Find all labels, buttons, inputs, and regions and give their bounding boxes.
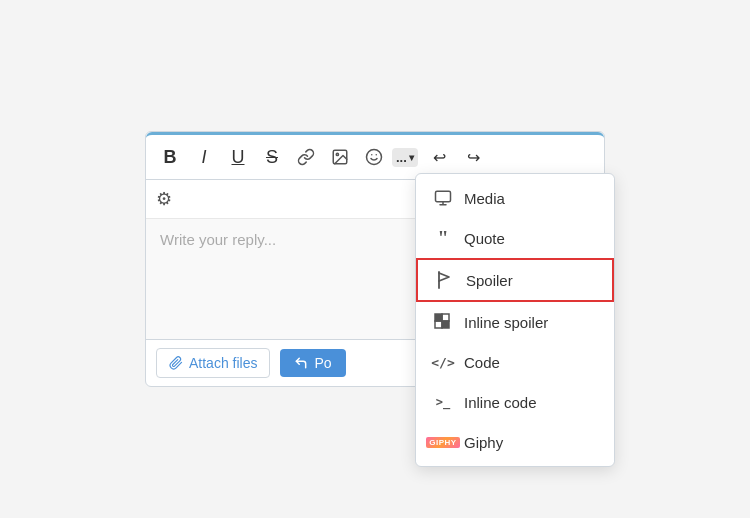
underline-button[interactable]: U xyxy=(222,141,254,173)
undo-redo-group: ↩ ↪ xyxy=(424,141,490,173)
chevron-down-icon: ▾ xyxy=(409,152,414,163)
inline-code-icon: >_ xyxy=(432,391,454,413)
italic-button[interactable]: I xyxy=(188,141,220,173)
image-button[interactable] xyxy=(324,141,356,173)
dropdown-item-quote[interactable]: " Quote xyxy=(416,218,614,258)
dropdown-item-spoiler[interactable]: Spoiler xyxy=(416,258,614,302)
svg-rect-8 xyxy=(435,321,442,328)
dropdown-item-media[interactable]: Media xyxy=(416,178,614,218)
svg-point-1 xyxy=(336,153,338,155)
spoiler-label: Spoiler xyxy=(466,272,513,289)
attach-files-label: Attach files xyxy=(189,355,257,371)
link-button[interactable] xyxy=(290,141,322,173)
dropdown-item-inline-spoiler[interactable]: Inline spoiler xyxy=(416,302,614,342)
inline-code-label: Inline code xyxy=(464,394,537,411)
svg-rect-6 xyxy=(435,314,442,321)
dropdown-item-giphy[interactable]: GIPHY Giphy xyxy=(416,422,614,462)
giphy-label: Giphy xyxy=(464,434,503,451)
flag-icon xyxy=(434,269,456,291)
strikethrough-button[interactable]: S xyxy=(256,141,288,173)
dropdown-menu: Media " Quote Spoiler xyxy=(415,173,615,467)
quote-label: Quote xyxy=(464,230,505,247)
more-button[interactable]: ... ▾ xyxy=(392,148,418,167)
media-label: Media xyxy=(464,190,505,207)
chess-flag-icon xyxy=(432,311,454,333)
svg-rect-5 xyxy=(436,191,451,202)
dropdown-item-inline-code[interactable]: >_ Inline code xyxy=(416,382,614,422)
settings-icon[interactable]: ⚙ xyxy=(156,189,172,209)
inline-spoiler-label: Inline spoiler xyxy=(464,314,548,331)
emoji-button[interactable] xyxy=(358,141,390,173)
redo-button[interactable]: ↪ xyxy=(458,141,490,173)
post-label: Po xyxy=(314,355,331,371)
editor-placeholder: Write your reply... xyxy=(160,231,276,248)
attach-files-button[interactable]: Attach files xyxy=(156,348,270,378)
post-button[interactable]: Po xyxy=(280,349,345,377)
bold-button[interactable]: B xyxy=(154,141,186,173)
code-icon: </> xyxy=(432,351,454,373)
giphy-icon: GIPHY xyxy=(432,431,454,453)
code-label: Code xyxy=(464,354,500,371)
quote-icon: " xyxy=(432,227,454,249)
svg-rect-9 xyxy=(442,321,449,328)
dropdown-item-code[interactable]: </> Code xyxy=(416,342,614,382)
svg-point-2 xyxy=(367,150,382,165)
undo-button[interactable]: ↩ xyxy=(424,141,456,173)
svg-rect-7 xyxy=(442,314,449,321)
media-icon xyxy=(432,187,454,209)
